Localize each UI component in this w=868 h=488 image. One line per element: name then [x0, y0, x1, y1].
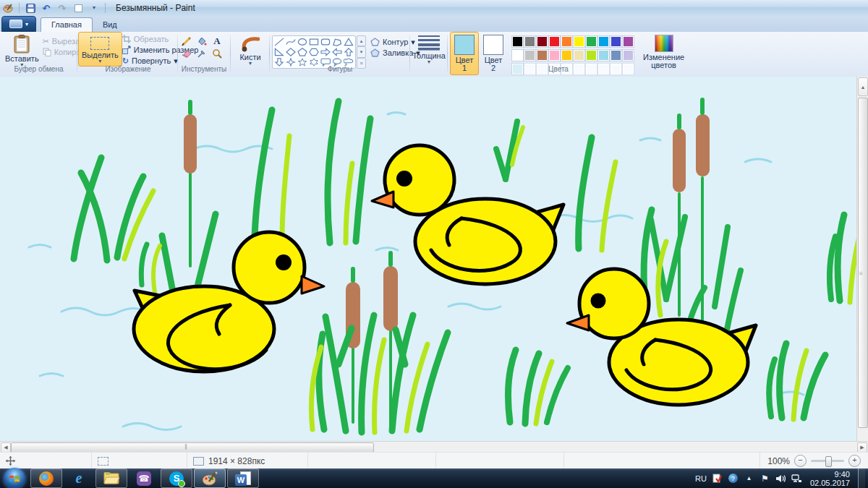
clock-time: 9:40: [810, 470, 850, 479]
shape-line[interactable]: [273, 37, 285, 47]
select-button[interactable]: Выделить ▾: [78, 32, 122, 67]
qat-extra-button[interactable]: [72, 2, 84, 14]
taskbar-firefox[interactable]: [30, 468, 62, 488]
palette-color[interactable]: [573, 35, 585, 48]
pencil-tool[interactable]: [180, 35, 193, 46]
size-button[interactable]: Толщина ▾: [412, 32, 446, 67]
palette-color[interactable]: [597, 49, 610, 61]
palette-color[interactable]: [548, 35, 561, 48]
palette-color[interactable]: [561, 49, 573, 61]
paint-menu-button[interactable]: ▾: [1, 16, 36, 32]
text-tool[interactable]: A: [210, 35, 224, 46]
horizontal-scroll-thumb[interactable]: [11, 442, 374, 453]
shape-curve[interactable]: [285, 37, 297, 47]
scroll-up-button[interactable]: ▲: [858, 77, 868, 96]
volume-icon[interactable]: [775, 473, 786, 484]
zoom-out-button[interactable]: −: [794, 455, 807, 467]
windows-logo-icon: [9, 474, 20, 484]
tab-view[interactable]: Вид: [93, 18, 127, 32]
qat-customize-dropdown[interactable]: ▾: [88, 2, 100, 14]
shape-triangle[interactable]: [343, 37, 354, 47]
paint-icon: [202, 471, 218, 486]
start-button[interactable]: [4, 468, 25, 488]
group-tools: A Инструменты: [180, 32, 228, 77]
notes-tray-icon[interactable]: [712, 473, 723, 484]
show-desktop-button[interactable]: [858, 468, 865, 488]
shape-rectangle[interactable]: [308, 37, 320, 47]
image-size-text: 1914 × 828пкс: [208, 456, 265, 466]
shape-diamond[interactable]: [285, 47, 297, 57]
divider: [447, 35, 448, 72]
fill-tool[interactable]: [195, 35, 208, 46]
palette-color[interactable]: [524, 49, 536, 61]
palette-color[interactable]: [622, 49, 634, 61]
scroll-left-button[interactable]: ◀: [1, 442, 11, 453]
show-hidden-icons-button[interactable]: ▲: [744, 473, 754, 484]
palette-color[interactable]: [573, 49, 585, 61]
palette-color[interactable]: [548, 49, 561, 61]
vertical-scroll-thumb[interactable]: [858, 98, 868, 428]
palette-color[interactable]: [585, 35, 597, 48]
palette-color[interactable]: [536, 49, 548, 61]
shape-polygon[interactable]: [331, 37, 343, 47]
brushes-button[interactable]: Кисти ▾: [233, 32, 268, 69]
shape-right-triangle[interactable]: [273, 47, 285, 57]
palette-color[interactable]: [511, 49, 524, 61]
color-picker-tool[interactable]: [195, 48, 208, 59]
palette-empty-slot[interactable]: [622, 63, 634, 75]
palette-color[interactable]: [622, 35, 634, 48]
shapes-scroll-up[interactable]: ▴: [357, 35, 366, 46]
shape-up-arrow[interactable]: [343, 47, 354, 57]
shape-pentagon[interactable]: [297, 47, 308, 57]
clipboard-group-label: Буфер обмена: [1, 65, 76, 73]
word-icon: W: [235, 474, 247, 486]
shape-left-arrow[interactable]: [331, 47, 343, 57]
palette-color[interactable]: [524, 35, 536, 48]
palette-color[interactable]: [561, 35, 573, 48]
globe-tray-icon[interactable]: ?: [728, 473, 739, 484]
undo-button[interactable]: ↶: [41, 2, 52, 14]
rainbow-icon: [655, 35, 673, 52]
shape-hexagon[interactable]: [308, 47, 320, 57]
save-button[interactable]: [25, 2, 36, 14]
network-icon[interactable]: [791, 473, 802, 484]
taskbar-skype[interactable]: S: [161, 468, 192, 488]
palette-color[interactable]: [511, 35, 524, 48]
redo-button[interactable]: ↷: [56, 2, 68, 14]
scroll-right-button[interactable]: ▶: [857, 442, 867, 453]
language-indicator[interactable]: RU: [695, 474, 707, 483]
eraser-tool[interactable]: [180, 48, 193, 59]
magnifier-tool[interactable]: [210, 48, 224, 59]
tab-home[interactable]: Главная: [41, 17, 93, 32]
shapes-scroll-down[interactable]: ▾: [357, 46, 366, 57]
palette-color[interactable]: [597, 35, 610, 48]
horizontal-scrollbar[interactable]: ◀ ∥ ▶: [0, 441, 868, 453]
taskbar-paint[interactable]: [194, 468, 226, 488]
zoom-slider-thumb[interactable]: [825, 456, 832, 467]
action-center-flag-icon[interactable]: ⚑: [760, 473, 770, 484]
shape-rounded-rectangle[interactable]: [320, 37, 331, 47]
taskbar-word[interactable]: W: [227, 468, 259, 488]
status-bar: 1914 × 828пкс 100% − +: [0, 452, 868, 469]
taskbar-internet-explorer[interactable]: e: [64, 469, 94, 487]
taskbar-clock[interactable]: 9:40 02.05.2017: [810, 470, 850, 487]
color1-swatch: [454, 35, 475, 55]
artwork-ducks-pond: [0, 77, 857, 441]
shape-ellipse[interactable]: [297, 37, 308, 47]
paint-app-icon[interactable]: [2, 2, 14, 14]
edit-colors-button[interactable]: Изменениецветов: [639, 32, 688, 72]
vertical-scrollbar[interactable]: ▲ ≡: [856, 77, 868, 441]
palette-color[interactable]: [585, 49, 597, 61]
shape-right-arrow[interactable]: [320, 47, 331, 57]
taskbar-explorer[interactable]: [95, 468, 127, 488]
zoom-slider[interactable]: [811, 460, 844, 462]
palette-color[interactable]: [536, 35, 548, 48]
taskbar: e ☎ S W RU ?: [0, 468, 868, 488]
color1-button[interactable]: Цвет1: [450, 32, 479, 75]
palette-color[interactable]: [610, 49, 622, 61]
taskbar-viber[interactable]: ☎: [129, 469, 159, 487]
palette-color[interactable]: [610, 35, 622, 48]
group-brushes: Кисти ▾: [233, 32, 268, 77]
drawing-canvas[interactable]: [0, 77, 857, 441]
zoom-in-button[interactable]: +: [848, 455, 861, 467]
